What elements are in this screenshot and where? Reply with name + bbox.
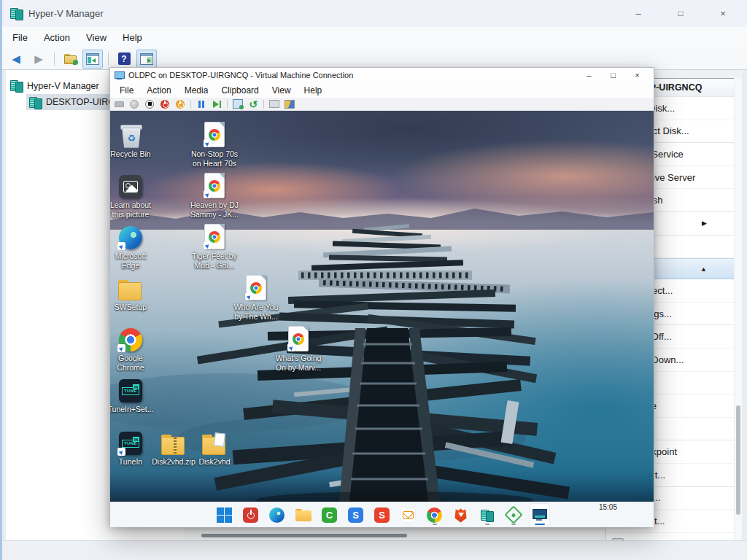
shut-down-button[interactable] <box>175 99 185 109</box>
chrome-shortcut-file-icon <box>288 326 309 351</box>
menu-file[interactable]: File <box>4 29 36 46</box>
horizontal-scrollbar[interactable] <box>184 529 605 541</box>
vm-toolbar-separator <box>190 100 191 109</box>
actions-scrollbar[interactable] <box>734 78 742 541</box>
help-button[interactable]: ? <box>114 50 134 69</box>
taskbar-edge[interactable] <box>268 504 287 526</box>
vm-menu-view[interactable]: View <box>266 84 298 97</box>
resume-vm-button[interactable] <box>212 99 222 109</box>
vm-titlebar[interactable]: OLDPC on DESKTOP-UIRGNCQ - Virtual Machi… <box>110 68 654 82</box>
taskbar-chrome[interactable] <box>425 504 444 526</box>
checkpoint-icon <box>233 99 243 109</box>
taskbar-vm-connection[interactable] <box>530 504 549 526</box>
vm-toolbar-separator <box>227 100 228 109</box>
vm-menu-action[interactable]: Action <box>140 84 177 97</box>
taskbar-camtasia[interactable]: C <box>320 504 339 526</box>
desktop-icon-who-are-you[interactable]: Who Are You by The Wh... <box>225 274 287 322</box>
collapse-arrow-icon[interactable]: ▲ <box>700 265 707 273</box>
revert-button[interactable]: ↺ <box>248 99 258 109</box>
edge-icon <box>269 508 285 523</box>
menu-action[interactable]: Action <box>36 29 78 46</box>
export-list-button[interactable] <box>60 50 80 69</box>
desktop-icon-tunein-setup[interactable]: TUNEIN TuneIn+Set... <box>110 376 161 414</box>
taskbar-snagit-blue[interactable]: S <box>347 504 365 526</box>
console-tree-toggle-button[interactable] <box>82 50 103 69</box>
active-indicator <box>535 524 545 526</box>
vm-caption-buttons: – □ × <box>577 68 649 82</box>
taskbar-hyperv-manager[interactable] <box>478 504 497 526</box>
stop-icon <box>145 100 154 109</box>
action-pane-icon <box>140 53 153 65</box>
taskbar-mail[interactable] <box>399 504 418 526</box>
hyperv-tree-icon <box>10 80 23 91</box>
taskbar-quality-app[interactable] <box>504 504 523 526</box>
help-icon: ? <box>118 52 131 65</box>
vm-close-button[interactable]: × <box>625 68 649 82</box>
actions-scrollbar-thumb[interactable] <box>736 405 740 515</box>
close-button[interactable]: × <box>702 0 744 26</box>
desktop-icon-nonstop-70s[interactable]: Non-Stop 70s on Heart 70s <box>184 121 245 168</box>
shortcut-arrow-icon <box>117 344 125 352</box>
mail-icon <box>400 508 416 523</box>
vm-minimize-button[interactable]: – <box>577 68 601 82</box>
desktop-icon-swsetup[interactable]: SWSetup <box>110 274 161 312</box>
maximize-button[interactable]: □ <box>659 0 702 26</box>
shortcut-arrow-icon <box>287 343 295 351</box>
vm-menu-file[interactable]: File <box>113 84 140 97</box>
horizontal-scrollbar-thumb[interactable] <box>201 534 407 537</box>
action-pane-toggle-button[interactable] <box>136 50 157 69</box>
desktop-icon-google-chrome[interactable]: Google Chrome <box>110 325 161 373</box>
enhanced-session-button[interactable] <box>269 99 279 109</box>
start-vm-button[interactable] <box>129 99 139 109</box>
submenu-arrow-icon: ▶ <box>702 219 707 227</box>
desktop-icon-disk2vhd[interactable]: Disk2vhd <box>184 429 245 467</box>
hyperv-app-icon <box>10 8 23 19</box>
desktop-icon-heaven-dj-sammy[interactable]: Heaven by DJ Sammy - JK... <box>184 172 245 219</box>
vm-menubar: File Action Media Clipboard View Help <box>110 82 654 98</box>
share-icon <box>285 100 295 109</box>
taskbar-brave[interactable] <box>452 504 471 526</box>
windows-start-icon <box>217 508 232 523</box>
main-titlebar: Hyper-V Manager – □ × <box>0 0 747 27</box>
desktop-icon-recycle-bin[interactable]: ♻ Recycle Bin <box>110 121 161 159</box>
taskbar-file-explorer[interactable] <box>294 504 313 526</box>
vm-maximize-button[interactable]: □ <box>601 68 625 82</box>
checkpoint-button[interactable] <box>233 99 243 109</box>
vm-menu-help[interactable]: Help <box>298 84 329 97</box>
vm-desktop[interactable]: ♻ Recycle Bin Non-Stop 70s on Heart 70s … <box>110 111 654 502</box>
taskbar-clock[interactable]: 15:05 <box>599 503 617 511</box>
desktop-icon-learn-about-picture[interactable]: Learn about this picture <box>110 172 161 219</box>
main-caption-buttons: – □ × <box>617 0 744 27</box>
brave-icon <box>454 508 468 523</box>
desktop-icon-whats-going-on[interactable]: What's Going On by Marv... <box>268 325 329 373</box>
back-arrow-icon: ◀ <box>12 53 20 64</box>
forward-button[interactable]: ▶ <box>28 50 49 69</box>
chrome-icon <box>427 508 442 523</box>
minimize-button[interactable]: – <box>617 0 659 26</box>
menu-view[interactable]: View <box>78 29 115 46</box>
start-icon <box>130 100 139 109</box>
taskbar-start-button[interactable] <box>215 504 234 526</box>
pause-vm-button[interactable] <box>196 99 206 109</box>
shutdown-icon <box>176 100 185 109</box>
snagit-blue-icon: S <box>348 508 363 523</box>
server-tree-icon <box>29 97 42 108</box>
vm-menu-clipboard[interactable]: Clipboard <box>214 84 265 97</box>
folder-icon <box>118 280 143 300</box>
desktop-icon-microsoft-edge[interactable]: Microsoft Edge <box>110 223 161 271</box>
desktop-icon-tiger-feet[interactable]: Tiger Feet by Mud - Gol... <box>184 223 245 271</box>
taskbar-power-settings[interactable] <box>241 504 260 526</box>
file-explorer-icon <box>295 509 311 521</box>
ctrl-alt-del-button[interactable] <box>114 99 124 109</box>
share-button[interactable] <box>285 99 295 109</box>
vm-menu-media[interactable]: Media <box>178 84 215 97</box>
menu-help[interactable]: Help <box>115 29 150 46</box>
back-button[interactable]: ◀ <box>6 50 26 69</box>
stop-vm-button[interactable] <box>144 99 155 109</box>
shortcut-arrow-icon <box>117 242 125 250</box>
turn-off-button[interactable] <box>160 99 170 109</box>
zip-folder-icon <box>161 435 186 455</box>
taskbar-snagit-red[interactable]: S <box>373 504 392 526</box>
vm-window-title: OLDPC on DESKTOP-UIRGNCQ - Virtual Machi… <box>128 71 353 79</box>
chrome-shortcut-file-icon <box>204 122 225 147</box>
